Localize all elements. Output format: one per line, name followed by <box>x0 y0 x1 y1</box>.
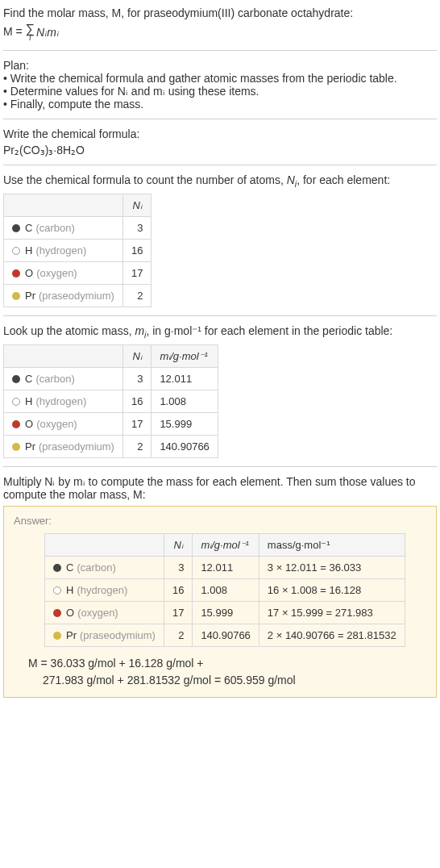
lookup-mass-heading: Look up the atomic mass, mi, in g·mol⁻¹ … <box>3 324 437 340</box>
table-header-row: Nᵢ mᵢ/g·mol⁻¹ <box>4 344 218 367</box>
element-dot-icon <box>12 443 20 451</box>
element-name: (carbon) <box>35 373 74 385</box>
atomic-mass: 12.011 <box>152 367 218 390</box>
atom-count: 2 <box>122 284 151 307</box>
atom-count: 17 <box>122 412 151 435</box>
element-dot-icon <box>12 420 20 428</box>
plan-item: • Determine values for Nᵢ and mᵢ using t… <box>3 85 437 98</box>
table-row: O(oxygen)1715.99917 × 15.999 = 271.983 <box>45 601 405 624</box>
table-row: C(carbon)3 <box>4 216 152 239</box>
atomic-mass: 12.011 <box>193 556 259 578</box>
divider <box>3 50 437 51</box>
element-symbol: O <box>25 267 33 279</box>
atomic-mass: 140.90766 <box>193 624 259 646</box>
element-dot-icon <box>53 632 61 640</box>
blank-header <box>45 533 164 556</box>
table-row: C(carbon)312.0113 × 12.011 = 36.033 <box>45 556 405 578</box>
answer-label: Answer: <box>14 515 426 527</box>
element-symbol: C <box>25 222 32 234</box>
sigma-icon: ∑i <box>26 23 35 42</box>
atom-count-table: Nᵢ C(carbon)3 H(hydrogen)16 O(oxygen)17 … <box>3 194 152 307</box>
molar-mass-formula: M = ∑iNᵢmᵢ <box>3 23 437 42</box>
element-name: (oxygen) <box>77 607 118 619</box>
write-formula-heading: Write the chemical formula: <box>3 127 437 140</box>
table-row: H(hydrogen)16 <box>4 239 152 261</box>
atom-count: 2 <box>122 435 151 457</box>
m-header: mᵢ/g·mol⁻¹ <box>152 344 218 367</box>
element-name: (oxygen) <box>36 418 77 430</box>
element-name: (praseodymium) <box>39 290 114 302</box>
element-name: (carbon) <box>35 222 74 234</box>
mass-calc: 17 × 15.999 = 271.983 <box>259 601 405 624</box>
count-heading-b: , for each element: <box>297 173 390 186</box>
element-name: (hydrogen) <box>35 244 86 257</box>
plan-item: • Write the chemical formula and gather … <box>3 72 437 85</box>
atomic-mass: 15.999 <box>193 601 259 624</box>
element-symbol: H <box>25 244 32 257</box>
element-symbol: C <box>25 373 32 385</box>
lookup-heading-a: Look up the atomic mass, <box>3 324 135 337</box>
formula-rhs: Nᵢmᵢ <box>36 26 59 39</box>
m-header: mᵢ/g·mol⁻¹ <box>193 533 259 556</box>
n-header: Nᵢ <box>122 344 151 367</box>
mass-calc: 16 × 1.008 = 16.128 <box>259 578 405 601</box>
element-name: (oxygen) <box>36 267 77 279</box>
divider <box>3 119 437 119</box>
element-symbol: H <box>66 584 73 596</box>
atom-count: 3 <box>122 367 151 390</box>
table-row: Pr(praseodymium)2140.907662 × 140.90766 … <box>45 624 405 646</box>
element-symbol: O <box>66 607 74 619</box>
element-name: (praseodymium) <box>80 629 156 641</box>
divider <box>3 165 437 165</box>
element-symbol: Pr <box>25 440 35 453</box>
element-name: (praseodymium) <box>39 440 114 453</box>
atomic-mass: 15.999 <box>152 412 218 435</box>
final-line-1: M = 36.033 g/mol + 16.128 g/mol + <box>28 655 426 672</box>
lookup-heading-b: , in g·mol⁻¹ for each element in the per… <box>146 324 392 337</box>
atom-count: 3 <box>164 556 192 578</box>
table-row: H(hydrogen)161.00816 × 1.008 = 16.128 <box>45 578 405 601</box>
final-mass-table: Nᵢ mᵢ/g·mol⁻¹ mass/g·mol⁻¹ C(carbon)312.… <box>44 533 405 647</box>
atom-count: 17 <box>122 261 151 284</box>
element-symbol: Pr <box>25 290 35 302</box>
n-header: Nᵢ <box>164 533 192 556</box>
element-symbol: H <box>25 395 32 407</box>
table-row: O(oxygen)1715.999 <box>4 412 218 435</box>
divider <box>3 315 437 316</box>
multiply-heading: Multiply Nᵢ by mᵢ to compute the mass fo… <box>3 475 437 501</box>
element-name: (carbon) <box>77 561 115 574</box>
count-heading-a: Use the chemical formula to count the nu… <box>3 173 287 186</box>
mass-calc: 2 × 140.90766 = 281.81532 <box>259 624 405 646</box>
table-row: H(hydrogen)161.008 <box>4 390 218 412</box>
answer-box: Answer: Nᵢ mᵢ/g·mol⁻¹ mass/g·mol⁻¹ C(car… <box>3 506 437 698</box>
divider <box>3 466 437 467</box>
element-symbol: C <box>66 561 73 574</box>
final-calculation: M = 36.033 g/mol + 16.128 g/mol + 271.98… <box>28 655 426 689</box>
table-row: O(oxygen)17 <box>4 261 152 284</box>
table-row: Pr(praseodymium)2140.90766 <box>4 435 218 457</box>
plan-heading: Plan: <box>3 59 437 72</box>
table-row: Pr(praseodymium)2 <box>4 284 152 307</box>
atomic-mass: 140.90766 <box>152 435 218 457</box>
element-dot-icon <box>12 224 20 232</box>
table-header-row: Nᵢ <box>4 194 152 216</box>
element-dot-icon <box>12 247 20 255</box>
atom-count: 16 <box>164 578 192 601</box>
atomic-mass: 1.008 <box>193 578 259 601</box>
table-row: C(carbon)312.011 <box>4 367 218 390</box>
element-dot-icon <box>53 586 61 595</box>
element-dot-icon <box>12 292 20 300</box>
element-symbol: Pr <box>66 629 77 641</box>
atomic-mass-table: Nᵢ mᵢ/g·mol⁻¹ C(carbon)312.011 H(hydroge… <box>3 344 218 458</box>
plan-item: • Finally, compute the mass. <box>3 98 437 111</box>
atom-count: 2 <box>164 624 192 646</box>
mass-header: mass/g·mol⁻¹ <box>259 533 405 556</box>
final-line-2: 271.983 g/mol + 281.81532 g/mol = 605.95… <box>43 672 426 689</box>
element-dot-icon <box>12 269 20 278</box>
problem-title: Find the molar mass, M, for praseodymium… <box>3 6 437 19</box>
formula-lhs: M = <box>3 25 26 38</box>
element-dot-icon <box>53 609 61 617</box>
atom-count: 3 <box>122 216 151 239</box>
element-dot-icon <box>12 375 20 383</box>
n-header: Nᵢ <box>122 194 151 216</box>
